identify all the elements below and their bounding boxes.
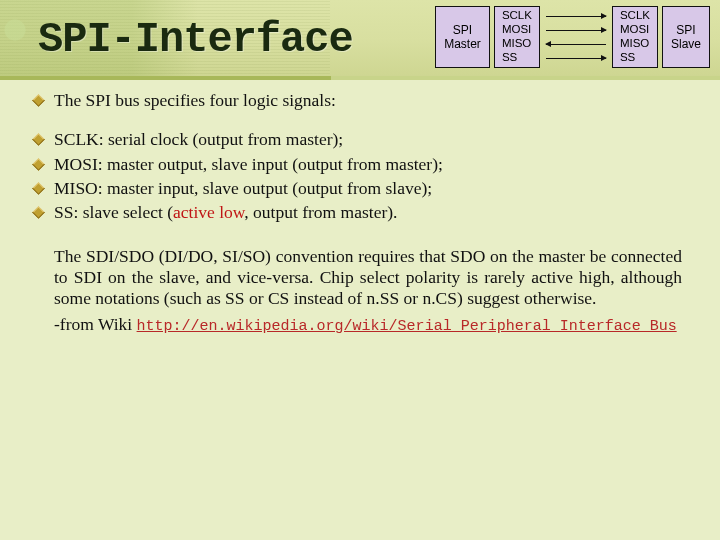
bus-wires [546, 6, 606, 68]
slide-header: SPI-Interface SPI Master SCLK MOSI MISO … [0, 0, 720, 80]
list-item: MISO: master input, slave output (output… [34, 178, 692, 199]
master-pins: SCLK MOSI MISO SS [494, 6, 540, 68]
wiki-link[interactable]: http://en.wikipedia.org/wiki/Serial_Peri… [137, 318, 677, 335]
slave-block: SPI Slave [662, 6, 710, 68]
source-line: -from Wiki http://en.wikipedia.org/wiki/… [28, 314, 692, 336]
list-item: SCLK: serial clock (output from master); [34, 129, 692, 150]
list-item: MOSI: master output, slave input (output… [34, 154, 692, 175]
slide-body: The SPI bus specifies four logic signals… [0, 80, 720, 336]
intro-bullets: The SPI bus specifies four logic signals… [28, 90, 692, 111]
source-prefix: -from Wiki [54, 314, 137, 334]
list-item: SS: slave select (active low, output fro… [34, 202, 692, 223]
signal-bullets: SCLK: serial clock (output from master);… [28, 129, 692, 223]
master-block: SPI Master [435, 6, 490, 68]
list-item: The SPI bus specifies four logic signals… [34, 90, 692, 111]
slave-pins: SCLK MOSI MISO SS [612, 6, 658, 68]
spi-block-diagram: SPI Master SCLK MOSI MISO SS SCLK MOSI M… [435, 6, 710, 68]
explanation-paragraph: The SDI/SDO (DI/DO, SI/SO) convention re… [28, 246, 692, 310]
active-low-text: active low [173, 202, 244, 222]
page-title: SPI-Interface [38, 16, 353, 64]
